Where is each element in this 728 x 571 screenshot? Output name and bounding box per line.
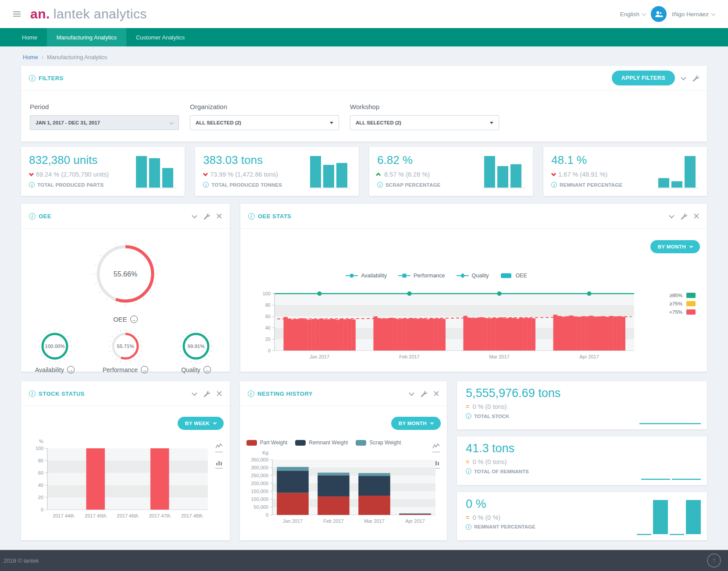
equals-icon: = <box>466 458 469 465</box>
bar-chart-icon[interactable] <box>215 459 223 468</box>
nesting-history-title: i NESTING HISTORY <box>248 390 313 397</box>
brand-logo-an: an. <box>30 7 50 21</box>
filter-select-organization[interactable]: ALL SELECTED (2) <box>190 115 339 130</box>
filter-label: Period <box>30 103 179 110</box>
filter-select-workshop[interactable]: ALL SELECTED (2) <box>350 115 499 130</box>
footer: 2018 © lantek ↑ <box>0 550 728 571</box>
breadcrumb-home-link[interactable]: Home <box>23 54 38 60</box>
legend-swatch <box>295 440 306 446</box>
close-icon[interactable] <box>217 391 222 396</box>
stock-status-title: i STOCK STATUS <box>29 390 85 397</box>
wrench-icon[interactable] <box>420 390 427 397</box>
oee-stats-period-button[interactable]: BY MONTH <box>650 240 700 253</box>
stock-panel-icons <box>193 390 222 397</box>
legend-label: OEE <box>515 273 527 279</box>
threshold-label: <75% <box>669 309 682 315</box>
equals-icon: = <box>466 514 469 521</box>
goto-arrow-icon[interactable]: → <box>141 366 148 373</box>
filter-label: Organization <box>190 103 339 110</box>
svg-text:80: 80 <box>38 458 43 463</box>
chevron-down-icon <box>642 11 646 16</box>
nesting-history-chart: 050,000100,000150,000200,000250,000300,0… <box>243 448 441 547</box>
gauge-label: Quality→ <box>181 366 211 373</box>
wrench-icon[interactable] <box>680 213 687 220</box>
chevron-down-icon <box>170 120 174 124</box>
breadcrumb-separator: › <box>42 54 43 60</box>
oee-stats-threshold-legend: ≥85%≥75%<75% <box>669 293 696 315</box>
svg-text:99.91%: 99.91% <box>187 344 204 349</box>
filter-select-period[interactable]: JAN 1, 2017 - DEC 31, 2017 <box>30 115 179 130</box>
collapse-chevron-icon[interactable] <box>409 390 414 396</box>
wrench-icon[interactable] <box>203 213 210 220</box>
svg-text:Jan 2017: Jan 2017 <box>283 518 303 524</box>
summary-delta: =0 % (0 tons) <box>466 403 698 410</box>
threshold-swatch <box>686 293 696 298</box>
nav-tab-customer-analytics[interactable]: Customer Analytics <box>126 28 194 46</box>
svg-text:20: 20 <box>38 495 43 500</box>
language-selector[interactable]: English <box>620 11 646 18</box>
nesting-panel-icons <box>410 390 439 397</box>
kpi-value: 6.82 % <box>377 153 482 167</box>
legend-item-availability: Availability <box>346 273 387 279</box>
avatar[interactable] <box>651 6 667 22</box>
gauge-performance: 55.71%Performance→ <box>103 326 148 373</box>
close-icon[interactable] <box>694 213 699 219</box>
nesting-period-button[interactable]: BY MONTH <box>391 417 441 430</box>
summary-value: 5,555,976.69 tons <box>466 387 698 400</box>
info-icon: i <box>248 390 254 397</box>
scroll-to-top-button[interactable]: ↑ <box>707 553 721 567</box>
close-icon[interactable] <box>217 213 222 219</box>
kpi-label: iTOTAL PRODUCED TONNES <box>203 182 308 188</box>
breadcrumb-current: Manufacturing Analytics <box>47 54 107 60</box>
kpi-card-2: 383.03 tons73.99 % (1,472.86 tons)iTOTAL… <box>195 147 359 196</box>
stock-period-button[interactable]: BY WEEK <box>178 417 224 430</box>
collapse-chevron-icon[interactable] <box>192 390 197 396</box>
goto-arrow-icon[interactable]: → <box>67 366 75 373</box>
kpi-label: iSCRAP PERCENTAGE <box>377 182 482 188</box>
main-nav: HomeManufacturing AnalyticsCustomer Anal… <box>0 28 728 46</box>
copyright-text: 2018 © lantek <box>4 557 39 564</box>
oee-stats-title: i OEE STATS <box>248 213 291 220</box>
legend-label: Availability <box>361 273 387 279</box>
kpi-delta: 8.57 % (6.28 %) <box>377 171 482 178</box>
svg-text:20: 20 <box>265 337 271 342</box>
wrench-icon[interactable] <box>203 390 210 397</box>
summary-card-2: 41.3 tons=0 % (0 tons)iTOTAL OF REMNANTS <box>457 436 707 485</box>
wrench-icon[interactable] <box>692 74 699 82</box>
goto-arrow-icon[interactable]: → <box>130 316 138 323</box>
goto-arrow-icon[interactable]: → <box>203 366 211 373</box>
info-icon: i <box>29 390 36 397</box>
summary-delta-text: 0 % (0 tons) <box>472 458 507 465</box>
collapse-chevron-icon[interactable] <box>192 213 197 218</box>
apply-filters-button[interactable]: APPLY FILTERS <box>612 71 675 85</box>
svg-text:150,000: 150,000 <box>251 489 268 494</box>
threshold-label: ≥75% <box>670 301 682 306</box>
svg-text:Kg: Kg <box>262 450 268 455</box>
kpi-card-3: 6.82 %8.57 % (6.28 %)iSCRAP PERCENTAGE <box>369 147 533 196</box>
hamburger-icon[interactable] <box>13 11 21 17</box>
gauge-label: Performance→ <box>103 366 148 373</box>
collapse-chevron-icon[interactable] <box>681 74 686 80</box>
nav-tab-manufacturing-analytics[interactable]: Manufacturing Analytics <box>47 28 126 46</box>
svg-text:350,000: 350,000 <box>251 457 268 462</box>
close-icon[interactable] <box>434 391 439 396</box>
collapse-chevron-icon[interactable] <box>669 213 674 218</box>
nav-tab-home[interactable]: Home <box>12 28 47 46</box>
svg-text:Mar 2017: Mar 2017 <box>364 518 384 524</box>
stock-status-panel: i STOCK STATUS BY WEEK 0204 <box>21 381 230 540</box>
kpi-mini-bar-chart <box>656 153 700 190</box>
summary-sparkline <box>639 422 701 424</box>
kpi-card-4: 48.1 %1.67 % (48.91 %)iREMNANT PERCENTAG… <box>543 147 707 196</box>
kpi-delta-text: 69.24 % (2,705,790 units) <box>36 171 109 178</box>
equals-icon: = <box>466 403 469 410</box>
oee-stats-chart: 020406080100Jan 2017Feb 2017Mar 2017Apr … <box>256 283 642 366</box>
summary-label: iTOTAL OF REMNANTS <box>466 468 698 474</box>
svg-text:0: 0 <box>268 348 271 353</box>
svg-text:Apr 2017: Apr 2017 <box>405 518 425 524</box>
filters-panel: i FILTERS APPLY FILTERS PeriodJAN 1, 201… <box>21 66 707 142</box>
svg-text:40: 40 <box>38 482 43 488</box>
line-chart-icon[interactable] <box>215 443 223 452</box>
filter-field-organization: OrganizationALL SELECTED (2) <box>190 103 339 130</box>
user-menu[interactable]: Iñigo Hernáez <box>672 11 715 18</box>
stock-status-chart: 0204060801002017 44th2017 45th2017 46th2… <box>27 432 216 535</box>
